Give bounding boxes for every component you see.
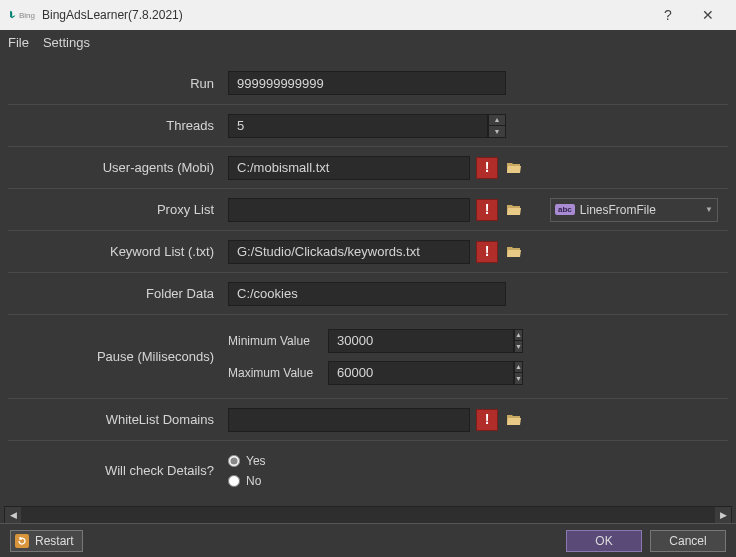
radio-yes[interactable]: Yes xyxy=(228,454,266,468)
row-whitelist: WhiteList Domains ! xyxy=(8,398,728,440)
proxy-source-combo[interactable]: abc LinesFromFile ▼ xyxy=(550,198,718,222)
restart-label: Restart xyxy=(35,534,74,548)
threads-spinner: ▲ ▼ xyxy=(228,114,506,138)
help-icon[interactable]: ? xyxy=(648,7,688,23)
folder-data-input[interactable] xyxy=(228,282,506,306)
menu-settings[interactable]: Settings xyxy=(43,35,90,50)
scroll-track[interactable] xyxy=(21,507,715,523)
bing-logo: Bing xyxy=(8,10,35,20)
user-agents-browse-icon[interactable] xyxy=(504,158,524,178)
label-max: Maximum Value xyxy=(228,366,320,380)
max-down-icon[interactable]: ▼ xyxy=(515,373,522,384)
form-area: Run Threads ▲ ▼ User-agents (Mobi) ! xyxy=(0,54,736,500)
whitelist-browse-icon[interactable] xyxy=(504,410,524,430)
restart-button[interactable]: Restart xyxy=(10,530,83,552)
footer: Restart OK Cancel xyxy=(0,523,736,557)
window-title: BingAdsLearner(7.8.2021) xyxy=(42,8,648,22)
restart-icon xyxy=(15,534,29,548)
keyword-list-warn-icon[interactable]: ! xyxy=(476,241,498,263)
title-bar: Bing BingAdsLearner(7.8.2021) ? ✕ xyxy=(0,0,736,30)
menu-file[interactable]: File xyxy=(8,35,29,50)
threads-down-icon[interactable]: ▼ xyxy=(489,126,505,137)
proxy-source-label: LinesFromFile xyxy=(580,203,656,217)
label-user-agents: User-agents (Mobi) xyxy=(8,160,228,175)
threads-up-icon[interactable]: ▲ xyxy=(489,115,505,127)
label-keyword-list: Keyword List (.txt) xyxy=(8,244,228,259)
abc-icon: abc xyxy=(555,204,575,215)
max-input[interactable] xyxy=(328,361,514,385)
user-agents-input[interactable] xyxy=(228,156,470,180)
min-down-icon[interactable]: ▼ xyxy=(515,341,522,352)
threads-input[interactable] xyxy=(228,114,488,138)
horizontal-scrollbar[interactable]: ◀ ▶ xyxy=(4,506,732,524)
row-user-agents: User-agents (Mobi) ! xyxy=(8,146,728,188)
run-input[interactable] xyxy=(228,71,506,95)
scroll-right-icon[interactable]: ▶ xyxy=(715,507,731,523)
chevron-down-icon: ▼ xyxy=(705,205,713,214)
row-pause: Pause (Miliseconds) Minimum Value ▲ ▼ Ma… xyxy=(8,314,728,398)
whitelist-warn-icon[interactable]: ! xyxy=(476,409,498,431)
menu-bar: File Settings xyxy=(0,30,736,54)
row-folder-data: Folder Data xyxy=(8,272,728,314)
label-whitelist: WhiteList Domains xyxy=(8,412,228,427)
proxy-list-input[interactable] xyxy=(228,198,470,222)
min-up-icon[interactable]: ▲ xyxy=(515,330,522,342)
row-run: Run xyxy=(8,62,728,104)
ok-button[interactable]: OK xyxy=(566,530,642,552)
max-up-icon[interactable]: ▲ xyxy=(515,362,522,374)
label-folder-data: Folder Data xyxy=(8,286,228,301)
proxy-list-browse-icon[interactable] xyxy=(504,200,524,220)
scroll-left-icon[interactable]: ◀ xyxy=(5,507,21,523)
row-details: Will check Details? Yes No xyxy=(8,440,728,500)
user-agents-warn-icon[interactable]: ! xyxy=(476,157,498,179)
bing-text: Bing xyxy=(19,11,35,20)
keyword-list-browse-icon[interactable] xyxy=(504,242,524,262)
whitelist-input[interactable] xyxy=(228,408,470,432)
row-keyword-list: Keyword List (.txt) ! xyxy=(8,230,728,272)
label-min: Minimum Value xyxy=(228,334,320,348)
label-run: Run xyxy=(8,76,228,91)
label-pause: Pause (Miliseconds) xyxy=(8,349,228,364)
label-details: Will check Details? xyxy=(8,463,228,478)
proxy-list-warn-icon[interactable]: ! xyxy=(476,199,498,221)
label-threads: Threads xyxy=(8,118,228,133)
radio-no[interactable]: No xyxy=(228,474,266,488)
row-proxy-list: Proxy List ! abc LinesFromFile ▼ xyxy=(8,188,728,230)
cancel-button[interactable]: Cancel xyxy=(650,530,726,552)
min-input[interactable] xyxy=(328,329,514,353)
close-icon[interactable]: ✕ xyxy=(688,7,728,23)
label-proxy-list: Proxy List xyxy=(8,202,228,217)
keyword-list-input[interactable] xyxy=(228,240,470,264)
row-threads: Threads ▲ ▼ xyxy=(8,104,728,146)
